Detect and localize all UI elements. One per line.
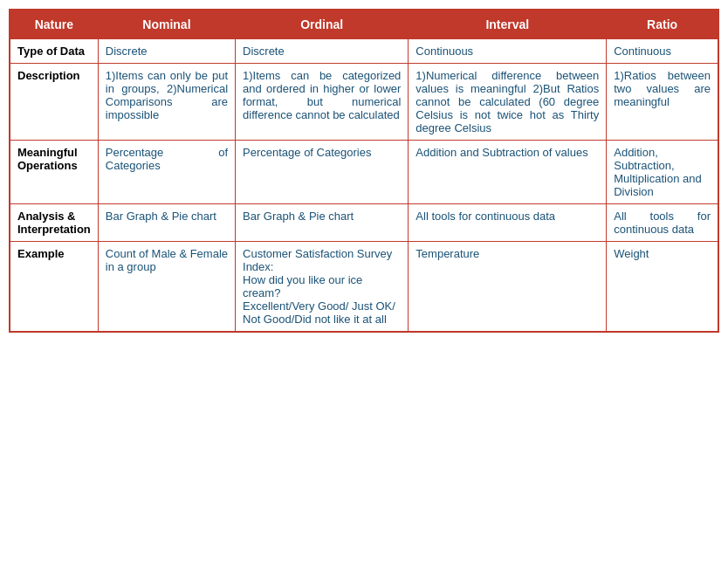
row-interval-example: Temperature	[409, 242, 607, 333]
table-row: Analysis &Interpretation Bar Graph & Pie…	[10, 204, 718, 242]
row-label-desc: Description	[10, 64, 98, 141]
row-label-ops: MeaningfulOperations	[10, 141, 98, 204]
row-ratio-type: Continuous	[607, 39, 718, 64]
table-row: Type of Data Discrete Discrete Continuou…	[10, 39, 718, 64]
row-nominal-desc: 1)Items can only be put in groups, 2)Num…	[98, 64, 235, 141]
header-ratio: Ratio	[607, 10, 718, 39]
row-ratio-ops: Addition, Subtraction, Multiplication an…	[607, 141, 718, 204]
row-ordinal-desc: 1)Items can be categorized and ordered i…	[236, 64, 409, 141]
row-ordinal-analysis: Bar Graph & Pie chart	[236, 204, 409, 242]
header-ordinal: Ordinal	[236, 10, 409, 39]
row-nominal-ops: Percentage of Categories	[98, 141, 235, 204]
header-nature: Nature	[10, 10, 98, 39]
row-label-type: Type of Data	[10, 39, 98, 64]
row-label-analysis: Analysis &Interpretation	[10, 204, 98, 242]
row-ratio-example: Weight	[607, 242, 718, 333]
row-nominal-type: Discrete	[98, 39, 235, 64]
row-ordinal-type: Discrete	[236, 39, 409, 64]
row-interval-ops: Addition and Subtraction of values	[409, 141, 607, 204]
row-label-example: Example	[10, 242, 98, 333]
row-interval-analysis: All tools for continuous data	[409, 204, 607, 242]
ordinal-example-text: Customer Satisfaction Survey Index:How d…	[243, 247, 395, 326]
row-ratio-analysis: All tools for continuous data	[607, 204, 718, 242]
header-nominal: Nominal	[98, 10, 235, 39]
table-row: Example Count of Male & Female in a grou…	[10, 242, 718, 333]
table-row: MeaningfulOperations Percentage of Categ…	[10, 141, 718, 204]
row-interval-type: Continuous	[409, 39, 607, 64]
row-ordinal-ops: Percentage of Categories	[236, 141, 409, 204]
row-nominal-example: Count of Male & Female in a group	[98, 242, 235, 333]
row-interval-desc: 1)Numerical difference between values is…	[409, 64, 607, 141]
main-table-wrapper: Nature Nominal Ordinal Interval Ratio Ty…	[9, 9, 719, 333]
data-table: Nature Nominal Ordinal Interval Ratio Ty…	[9, 9, 719, 333]
table-row: Description 1)Items can only be put in g…	[10, 64, 718, 141]
row-nominal-analysis: Bar Graph & Pie chart	[98, 204, 235, 242]
row-ratio-desc: 1)Ratios between two values are meaningf…	[607, 64, 718, 141]
row-ordinal-example: Customer Satisfaction Survey Index:How d…	[236, 242, 409, 333]
header-interval: Interval	[409, 10, 607, 39]
